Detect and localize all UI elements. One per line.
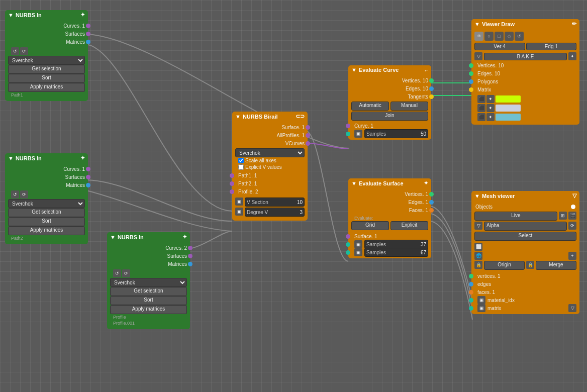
dot-matrices3 xyxy=(188,262,192,266)
automatic-btn[interactable]: Automatic xyxy=(351,102,389,111)
node-header-mesh-viewer: ▼ Mesh viewer ▽ xyxy=(471,191,579,201)
get-selection-btn2[interactable]: Get selection xyxy=(8,208,85,217)
node-title-mesh-viewer: Mesh viewer xyxy=(482,193,515,199)
node-header-nurbs-in-2: ▼ NURBS In ✦ xyxy=(5,153,88,163)
degreev-field[interactable]: Degree V 3 xyxy=(245,208,305,217)
socket-edges-1: Edges. 1 xyxy=(348,198,431,206)
color-swatch-1[interactable] xyxy=(496,95,521,103)
node-evaluate-surface: ▼ Evaluate Surface ✦ Vertices. 1 Edges. … xyxy=(348,178,431,258)
dropdown-sverchok[interactable]: Sverchok xyxy=(8,56,85,65)
viewer-draw-icon: ✏ xyxy=(572,21,576,27)
socket-surface-in: Surface. 1 xyxy=(348,232,431,240)
get-selection-btn[interactable]: Get selection xyxy=(8,65,85,74)
sort-btn3[interactable]: Sort xyxy=(110,296,187,305)
refresh-icon[interactable]: ↺ xyxy=(11,47,19,55)
collapse-eval-curve: ▼ xyxy=(351,67,357,73)
collapse-eval-surface: ▼ xyxy=(351,180,357,186)
checkbox-explicit-v[interactable] xyxy=(238,164,244,170)
socket-surfaces: Surfaces xyxy=(5,30,88,38)
origin-btn[interactable]: Origin xyxy=(484,261,525,270)
node-controls: ↺ ⟳ Sverchok Get selection Sort Apply ma… xyxy=(5,46,88,99)
socket-surfaces-2: Surfaces xyxy=(5,173,88,181)
color-icon-3a: ⬛ xyxy=(477,113,485,121)
apply-matrices-btn3[interactable]: Apply matrices xyxy=(110,305,187,314)
bake-btn[interactable]: B A K E xyxy=(484,53,567,60)
socket-edges-vd: Edges. 10 xyxy=(471,69,579,77)
samples67-icon: ▣ xyxy=(354,248,362,256)
node-header-birail: ▼ NURBS Birail ⊂⊃ xyxy=(232,112,308,121)
socket-polygons-vd: Polygons xyxy=(471,77,579,85)
globe-icon[interactable]: 🌐 xyxy=(474,252,482,260)
node-body-nurbs-in-1: Curves. 1 Surfaces Matrices ↺ ⟳ Sverchok… xyxy=(5,20,88,101)
dropdown-sverchok2[interactable]: Sverchok xyxy=(8,199,85,208)
dot-surfaces2 xyxy=(86,175,90,179)
square-icon[interactable]: □ xyxy=(495,32,504,41)
alpha-refresh-icon[interactable]: ⟳ xyxy=(568,222,576,230)
socket-material-mv: ▣ material_idx xyxy=(471,296,579,304)
apply-matrices-btn2[interactable]: Apply matrices xyxy=(8,226,85,235)
node-body-birail: Surface. 1 AllProfiles. 1 VCurves Sverch… xyxy=(232,121,308,221)
dot-curves xyxy=(86,24,90,28)
sort-btn[interactable]: Sort xyxy=(8,74,85,83)
socket-edges-mv: edges xyxy=(471,280,579,288)
apply-matrices-btn[interactable]: Apply matrices xyxy=(8,83,85,92)
socket-vertices-mv: vertices. 1 xyxy=(471,272,579,280)
merge-btn[interactable]: Merge xyxy=(536,261,576,270)
sync-icon[interactable]: ⟳ xyxy=(20,47,28,55)
sort-btn2[interactable]: Sort xyxy=(8,217,85,226)
mesh-icon-2[interactable]: 🎬 xyxy=(568,212,576,220)
node-nurbs-in-3: ▼ NURBS In ✦ Curves. 2 Surfaces Matrices… xyxy=(107,232,190,329)
footer-path2: Path2 xyxy=(8,235,85,241)
color-swatch-3[interactable] xyxy=(496,114,521,121)
mv-icon-1[interactable]: ⬜ xyxy=(474,243,482,251)
select-btn[interactable]: Select xyxy=(474,232,576,241)
node-title-birail: NURBS Birail xyxy=(243,114,278,120)
join-btn[interactable]: Join xyxy=(351,112,428,121)
eye-icon[interactable]: 👁 xyxy=(474,32,483,41)
alpha-btn[interactable]: Alpha xyxy=(484,222,567,231)
vsection-field[interactable]: V Section 10 xyxy=(245,198,305,207)
node-title3: NURBS In xyxy=(118,234,144,240)
footer-profile: Profile xyxy=(110,314,187,320)
matrix-filter-icon[interactable]: ▽ xyxy=(568,304,576,312)
node-header-eval-curve: ▼ Evaluate Curve ⌐ xyxy=(348,65,431,74)
eval-surface-controls: Evaluate: Grid Explicit xyxy=(348,214,431,232)
refresh-icon3[interactable]: ↺ xyxy=(113,269,121,277)
node-title-eval-surface: Evaluate Surface xyxy=(359,180,404,186)
dropdown-sverchok3[interactable]: Sverchok xyxy=(110,278,187,287)
node-title-viewer-draw: Viewer Draw xyxy=(482,21,515,27)
rotate-icon[interactable]: ↺ xyxy=(515,32,524,41)
explicit-btn[interactable]: Explicit xyxy=(390,221,428,230)
edg-btn[interactable]: Edg 1 xyxy=(526,43,577,50)
dot-allprofiles xyxy=(306,133,310,138)
get-selection-btn3[interactable]: Get selection xyxy=(110,287,187,296)
socket-vertices-1: Vertices. 1 xyxy=(348,190,431,198)
dropdown-birail[interactable]: Sverchok xyxy=(235,148,305,157)
dot-matrices xyxy=(86,40,90,44)
dot-curves2 xyxy=(86,167,90,171)
samples50-field[interactable]: Samples 50 xyxy=(364,129,428,138)
circle-icon[interactable]: ○ xyxy=(484,32,494,41)
socket-edges-10: Edges. 10 xyxy=(348,84,431,92)
dot-edges-vd xyxy=(469,71,473,76)
color-icon-2a: ⬛ xyxy=(477,104,485,112)
color-swatch-2[interactable] xyxy=(496,105,521,112)
node-viewer-draw: ▼ Viewer Draw ✏ 👁 ○ □ ◇ ↺ Ver 4 Edg 1 ▽ … xyxy=(471,19,579,125)
node-controls2: ↺ ⟳ Sverchok Get selection Sort Apply ma… xyxy=(5,189,88,242)
manual-btn[interactable]: Manual xyxy=(390,102,428,111)
ver-btn[interactable]: Ver 4 xyxy=(474,43,525,50)
diamond-icon[interactable]: ◇ xyxy=(505,32,514,41)
live-btn[interactable]: Live xyxy=(474,212,557,221)
node-body-eval-curve: Vertices. 10 Edges. 10 Tangents Automati… xyxy=(348,74,431,140)
mesh-icon-1[interactable]: ⊞ xyxy=(559,212,567,220)
sync-icon3[interactable]: ⟳ xyxy=(122,269,130,277)
samples67-field[interactable]: Samples 67 xyxy=(364,248,428,257)
plus-icon[interactable]: + xyxy=(568,252,576,260)
origin-merge-row: 🔒 Origin 🔒 Merge xyxy=(474,261,576,270)
checkbox-scale-axes[interactable] xyxy=(238,158,244,163)
grid-btn[interactable]: Grid xyxy=(351,221,389,230)
birail-icon: ⊂⊃ xyxy=(296,113,305,120)
bake-options-icon[interactable]: ✦ xyxy=(568,52,576,60)
sync-icon2[interactable]: ⟳ xyxy=(20,190,28,199)
refresh-icon2[interactable]: ↺ xyxy=(11,190,19,199)
